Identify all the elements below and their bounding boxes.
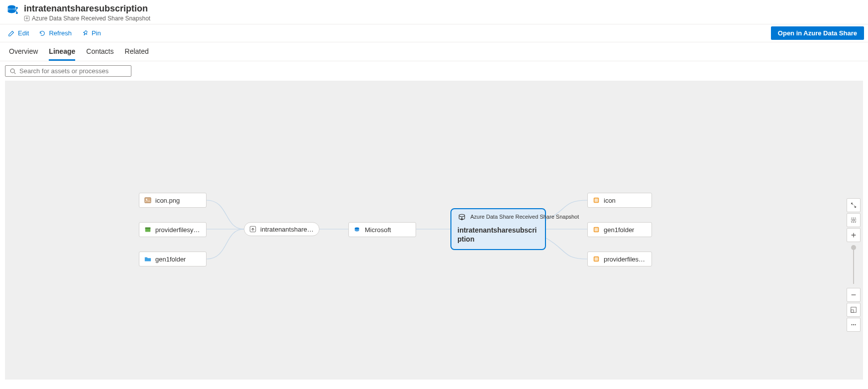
tab-lineage[interactable]: Lineage: [49, 42, 75, 61]
node-providerfilesystem-left[interactable]: providerfilesystem: [139, 222, 207, 237]
data-share-small-icon: [354, 226, 361, 233]
image-file-icon: [144, 197, 151, 204]
pin-label: Pin: [92, 29, 101, 37]
lineage-links: [5, 81, 863, 380]
tab-overview[interactable]: Overview: [9, 42, 38, 61]
node-label: gen1folder: [155, 256, 186, 263]
svg-point-12: [459, 214, 464, 217]
node-label: icon.png: [155, 197, 180, 204]
open-in-azure-button[interactable]: Open in Azure Data Share: [771, 26, 864, 40]
svg-rect-9: [145, 228, 151, 229]
folder-icon: [144, 256, 151, 262]
toolbar-left: Edit Refresh Pin: [4, 27, 105, 39]
svg-rect-18: [595, 258, 598, 261]
refresh-label: Refresh: [49, 29, 72, 37]
tab-contacts[interactable]: Contacts: [86, 42, 113, 61]
node-label: gen1folder: [604, 226, 634, 234]
node-gen1folder-left[interactable]: gen1folder: [139, 252, 207, 266]
zoom-out-button[interactable]: [847, 288, 861, 302]
node-icon-right[interactable]: icon: [587, 193, 652, 208]
svg-rect-20: [853, 219, 855, 221]
lineage-canvas-wrap: icon.png providerfilesystem gen1folder i…: [0, 81, 868, 385]
svg-rect-19: [852, 218, 856, 223]
search-row: [0, 61, 868, 81]
edit-label: Edit: [18, 29, 29, 37]
node-label: intratenantshare_Mi...: [260, 226, 314, 233]
fit-button[interactable]: [847, 213, 861, 227]
svg-rect-6: [145, 198, 151, 203]
minimap-button[interactable]: [847, 303, 861, 317]
node-label: providerfilesystem: [604, 256, 647, 263]
node-microsoft[interactable]: Microsoft: [348, 222, 416, 237]
toolbar: Edit Refresh Pin Open in Azure Data Shar…: [0, 24, 868, 42]
more-button[interactable]: [847, 318, 861, 332]
blob-icon: [593, 197, 600, 204]
tab-bar: Overview Lineage Contacts Related: [0, 42, 868, 61]
svg-point-23: [851, 324, 852, 325]
node-providerfilesystem-right[interactable]: providerfilesystem: [587, 252, 652, 266]
fullscreen-button[interactable]: [847, 198, 861, 212]
node-label: Microsoft: [365, 226, 391, 234]
page-title: intratenantsharesubscription: [24, 3, 150, 14]
node-gen1folder-right[interactable]: gen1folder: [587, 222, 652, 237]
blob-icon: [593, 226, 600, 233]
svg-point-24: [853, 324, 854, 325]
svg-point-25: [855, 324, 856, 325]
pin-button[interactable]: Pin: [78, 27, 105, 39]
search-box[interactable]: [5, 65, 131, 77]
node-label: providerfilesystem: [155, 226, 201, 234]
svg-point-1: [8, 9, 16, 13]
zoom-slider[interactable]: [853, 246, 854, 284]
snapshot-out-icon: [249, 226, 256, 233]
svg-rect-14: [595, 199, 598, 202]
search-icon: [9, 68, 16, 75]
page-subtitle: Azure Data Share Received Share Snapshot: [24, 15, 150, 22]
svg-rect-22: [851, 310, 854, 312]
node-icon-png[interactable]: icon.png: [139, 193, 207, 208]
node-label: icon: [604, 197, 616, 204]
node-selected-subscription[interactable]: Azure Data Share Received Share Snapshot…: [450, 208, 546, 250]
snapshot-in-icon: [24, 15, 30, 21]
selected-subtitle: Azure Data Share Received Share Snapshot: [470, 213, 579, 220]
page-header: intratenantsharesubscription Azure Data …: [0, 0, 868, 24]
refresh-button[interactable]: Refresh: [35, 27, 76, 39]
data-share-icon: [6, 3, 20, 17]
svg-point-5: [10, 69, 14, 73]
pencil-icon: [8, 30, 15, 37]
blob-icon: [593, 256, 600, 262]
svg-rect-16: [595, 228, 598, 232]
node-intratenantshare-process[interactable]: intratenantshare_Mi...: [244, 222, 320, 236]
search-input[interactable]: [19, 67, 127, 75]
refresh-icon: [39, 30, 46, 37]
tab-related[interactable]: Related: [125, 42, 149, 61]
lineage-canvas[interactable]: icon.png providerfilesystem gen1folder i…: [5, 81, 863, 380]
svg-point-7: [146, 199, 147, 200]
header-text-block: intratenantsharesubscription Azure Data …: [24, 3, 150, 22]
selected-title: intratenantsharesubscription: [457, 226, 539, 244]
page-subtitle-text: Azure Data Share Received Share Snapshot: [32, 15, 150, 22]
zoom-in-button[interactable]: [847, 228, 861, 242]
storage-icon: [144, 226, 151, 233]
canvas-controls: [846, 198, 861, 332]
edit-button[interactable]: Edit: [4, 27, 33, 39]
snapshot-in-icon: [457, 213, 466, 224]
pin-icon: [82, 30, 89, 37]
